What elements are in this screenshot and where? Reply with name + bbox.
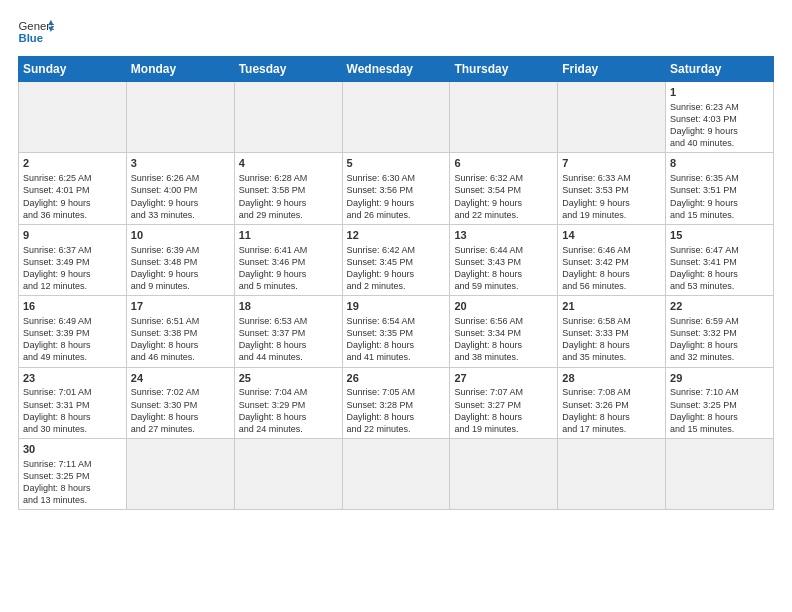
calendar-cell: 25Sunrise: 7:04 AM Sunset: 3:29 PM Dayli… bbox=[234, 367, 342, 438]
calendar-cell: 29Sunrise: 7:10 AM Sunset: 3:25 PM Dayli… bbox=[666, 367, 774, 438]
day-info: Sunrise: 6:42 AM Sunset: 3:45 PM Dayligh… bbox=[347, 244, 446, 293]
calendar-cell: 13Sunrise: 6:44 AM Sunset: 3:43 PM Dayli… bbox=[450, 224, 558, 295]
calendar-cell: 22Sunrise: 6:59 AM Sunset: 3:32 PM Dayli… bbox=[666, 296, 774, 367]
calendar-cell: 23Sunrise: 7:01 AM Sunset: 3:31 PM Dayli… bbox=[19, 367, 127, 438]
day-number: 18 bbox=[239, 299, 338, 314]
calendar-cell: 18Sunrise: 6:53 AM Sunset: 3:37 PM Dayli… bbox=[234, 296, 342, 367]
calendar-cell bbox=[450, 439, 558, 510]
day-number: 8 bbox=[670, 156, 769, 171]
day-number: 21 bbox=[562, 299, 661, 314]
calendar-header-row: SundayMondayTuesdayWednesdayThursdayFrid… bbox=[19, 57, 774, 82]
calendar-cell bbox=[234, 82, 342, 153]
day-number: 17 bbox=[131, 299, 230, 314]
calendar-cell: 28Sunrise: 7:08 AM Sunset: 3:26 PM Dayli… bbox=[558, 367, 666, 438]
logo-icon: General Blue bbox=[18, 18, 54, 46]
day-info: Sunrise: 6:59 AM Sunset: 3:32 PM Dayligh… bbox=[670, 315, 769, 364]
calendar-cell: 9Sunrise: 6:37 AM Sunset: 3:49 PM Daylig… bbox=[19, 224, 127, 295]
day-info: Sunrise: 6:46 AM Sunset: 3:42 PM Dayligh… bbox=[562, 244, 661, 293]
calendar-cell bbox=[126, 439, 234, 510]
day-info: Sunrise: 7:01 AM Sunset: 3:31 PM Dayligh… bbox=[23, 386, 122, 435]
calendar-cell: 1Sunrise: 6:23 AM Sunset: 4:03 PM Daylig… bbox=[666, 82, 774, 153]
day-info: Sunrise: 6:47 AM Sunset: 3:41 PM Dayligh… bbox=[670, 244, 769, 293]
weekday-header-wednesday: Wednesday bbox=[342, 57, 450, 82]
calendar-cell bbox=[342, 439, 450, 510]
calendar-week-5: 23Sunrise: 7:01 AM Sunset: 3:31 PM Dayli… bbox=[19, 367, 774, 438]
weekday-header-monday: Monday bbox=[126, 57, 234, 82]
day-info: Sunrise: 6:58 AM Sunset: 3:33 PM Dayligh… bbox=[562, 315, 661, 364]
day-number: 16 bbox=[23, 299, 122, 314]
weekday-header-tuesday: Tuesday bbox=[234, 57, 342, 82]
day-number: 4 bbox=[239, 156, 338, 171]
calendar-cell bbox=[19, 82, 127, 153]
day-number: 23 bbox=[23, 371, 122, 386]
day-number: 30 bbox=[23, 442, 122, 457]
calendar-week-6: 30Sunrise: 7:11 AM Sunset: 3:25 PM Dayli… bbox=[19, 439, 774, 510]
weekday-header-thursday: Thursday bbox=[450, 57, 558, 82]
day-info: Sunrise: 6:35 AM Sunset: 3:51 PM Dayligh… bbox=[670, 172, 769, 221]
day-info: Sunrise: 6:53 AM Sunset: 3:37 PM Dayligh… bbox=[239, 315, 338, 364]
day-info: Sunrise: 6:49 AM Sunset: 3:39 PM Dayligh… bbox=[23, 315, 122, 364]
calendar-cell bbox=[126, 82, 234, 153]
calendar-cell: 26Sunrise: 7:05 AM Sunset: 3:28 PM Dayli… bbox=[342, 367, 450, 438]
day-number: 7 bbox=[562, 156, 661, 171]
day-number: 22 bbox=[670, 299, 769, 314]
day-number: 9 bbox=[23, 228, 122, 243]
calendar-cell: 8Sunrise: 6:35 AM Sunset: 3:51 PM Daylig… bbox=[666, 153, 774, 224]
calendar-week-1: 1Sunrise: 6:23 AM Sunset: 4:03 PM Daylig… bbox=[19, 82, 774, 153]
day-number: 12 bbox=[347, 228, 446, 243]
day-number: 14 bbox=[562, 228, 661, 243]
day-number: 3 bbox=[131, 156, 230, 171]
calendar-cell bbox=[558, 439, 666, 510]
day-number: 2 bbox=[23, 156, 122, 171]
day-number: 28 bbox=[562, 371, 661, 386]
day-info: Sunrise: 7:10 AM Sunset: 3:25 PM Dayligh… bbox=[670, 386, 769, 435]
day-number: 29 bbox=[670, 371, 769, 386]
calendar-cell: 19Sunrise: 6:54 AM Sunset: 3:35 PM Dayli… bbox=[342, 296, 450, 367]
calendar-cell bbox=[342, 82, 450, 153]
day-info: Sunrise: 6:33 AM Sunset: 3:53 PM Dayligh… bbox=[562, 172, 661, 221]
day-number: 24 bbox=[131, 371, 230, 386]
day-info: Sunrise: 6:56 AM Sunset: 3:34 PM Dayligh… bbox=[454, 315, 553, 364]
day-info: Sunrise: 6:32 AM Sunset: 3:54 PM Dayligh… bbox=[454, 172, 553, 221]
day-info: Sunrise: 6:51 AM Sunset: 3:38 PM Dayligh… bbox=[131, 315, 230, 364]
day-number: 6 bbox=[454, 156, 553, 171]
calendar-cell: 12Sunrise: 6:42 AM Sunset: 3:45 PM Dayli… bbox=[342, 224, 450, 295]
weekday-header-saturday: Saturday bbox=[666, 57, 774, 82]
day-number: 27 bbox=[454, 371, 553, 386]
calendar-cell bbox=[234, 439, 342, 510]
calendar-cell: 15Sunrise: 6:47 AM Sunset: 3:41 PM Dayli… bbox=[666, 224, 774, 295]
day-number: 20 bbox=[454, 299, 553, 314]
calendar-cell: 21Sunrise: 6:58 AM Sunset: 3:33 PM Dayli… bbox=[558, 296, 666, 367]
day-info: Sunrise: 6:28 AM Sunset: 3:58 PM Dayligh… bbox=[239, 172, 338, 221]
day-number: 10 bbox=[131, 228, 230, 243]
calendar-cell: 5Sunrise: 6:30 AM Sunset: 3:56 PM Daylig… bbox=[342, 153, 450, 224]
weekday-header-sunday: Sunday bbox=[19, 57, 127, 82]
calendar-cell: 6Sunrise: 6:32 AM Sunset: 3:54 PM Daylig… bbox=[450, 153, 558, 224]
day-info: Sunrise: 7:08 AM Sunset: 3:26 PM Dayligh… bbox=[562, 386, 661, 435]
calendar-week-3: 9Sunrise: 6:37 AM Sunset: 3:49 PM Daylig… bbox=[19, 224, 774, 295]
calendar-cell: 3Sunrise: 6:26 AM Sunset: 4:00 PM Daylig… bbox=[126, 153, 234, 224]
calendar-cell: 11Sunrise: 6:41 AM Sunset: 3:46 PM Dayli… bbox=[234, 224, 342, 295]
calendar-cell: 20Sunrise: 6:56 AM Sunset: 3:34 PM Dayli… bbox=[450, 296, 558, 367]
day-info: Sunrise: 6:37 AM Sunset: 3:49 PM Dayligh… bbox=[23, 244, 122, 293]
day-info: Sunrise: 6:30 AM Sunset: 3:56 PM Dayligh… bbox=[347, 172, 446, 221]
calendar-cell: 14Sunrise: 6:46 AM Sunset: 3:42 PM Dayli… bbox=[558, 224, 666, 295]
logo: General Blue bbox=[18, 18, 54, 46]
calendar-cell: 24Sunrise: 7:02 AM Sunset: 3:30 PM Dayli… bbox=[126, 367, 234, 438]
day-info: Sunrise: 6:25 AM Sunset: 4:01 PM Dayligh… bbox=[23, 172, 122, 221]
day-info: Sunrise: 7:04 AM Sunset: 3:29 PM Dayligh… bbox=[239, 386, 338, 435]
day-number: 15 bbox=[670, 228, 769, 243]
day-info: Sunrise: 7:02 AM Sunset: 3:30 PM Dayligh… bbox=[131, 386, 230, 435]
day-number: 5 bbox=[347, 156, 446, 171]
calendar-cell: 2Sunrise: 6:25 AM Sunset: 4:01 PM Daylig… bbox=[19, 153, 127, 224]
day-info: Sunrise: 7:07 AM Sunset: 3:27 PM Dayligh… bbox=[454, 386, 553, 435]
weekday-header-friday: Friday bbox=[558, 57, 666, 82]
day-info: Sunrise: 6:54 AM Sunset: 3:35 PM Dayligh… bbox=[347, 315, 446, 364]
calendar-week-4: 16Sunrise: 6:49 AM Sunset: 3:39 PM Dayli… bbox=[19, 296, 774, 367]
calendar-cell bbox=[450, 82, 558, 153]
calendar-cell: 7Sunrise: 6:33 AM Sunset: 3:53 PM Daylig… bbox=[558, 153, 666, 224]
calendar-cell bbox=[666, 439, 774, 510]
day-number: 1 bbox=[670, 85, 769, 100]
svg-text:Blue: Blue bbox=[19, 32, 44, 44]
day-number: 19 bbox=[347, 299, 446, 314]
